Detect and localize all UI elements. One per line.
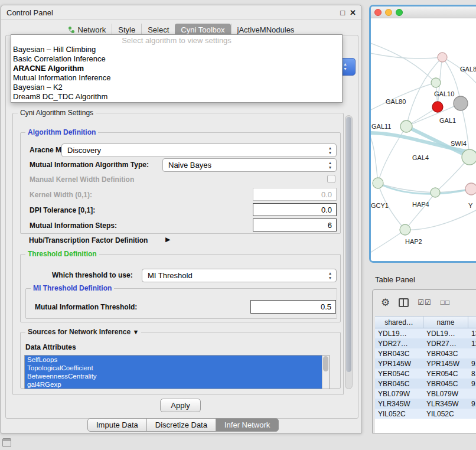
table-cell: YPR145W [375,360,423,368]
expand-right-icon[interactable]: ▶ [165,236,170,243]
column-header-1[interactable]: shared… [375,317,423,328]
network-edge [371,53,442,58]
data-attributes-list[interactable]: SelfLoopsTopologicalCoefficientBetweenne… [24,355,330,389]
mi-threshold-field[interactable]: 0.5 [250,300,336,314]
column-header-3[interactable] [468,317,476,328]
network-graph[interactable]: GAL8GAL80GAL10GAL11GAL1SWI4GAL4GCY1HAP4Y… [371,18,476,261]
network-node-gray[interactable] [454,96,468,110]
network-node-green[interactable] [400,120,412,132]
network-node-pink[interactable] [438,53,447,62]
table-row[interactable]: YBR045CYBR045C9. [375,379,476,389]
table-row[interactable]: YBR043CYBR043C [375,348,476,358]
close-window-icon[interactable]: ✕ [350,8,356,17]
node-label-swi4: SWI4 [451,140,467,147]
network-node-red[interactable] [432,102,443,112]
bottom-tab-discretize-data[interactable]: Discretize Data [146,418,216,432]
algorithm-option-bayesian-k2[interactable]: Bayesian – K2 [11,83,342,92]
node-table: shared…name YDL19…YDL19…13YDR27…YDR27…12… [375,316,476,433]
network-node-green[interactable] [431,78,441,87]
mi-type-select[interactable]: Naive Bayes [162,158,337,172]
table-row[interactable]: YLR345WYLR345W9. [375,399,476,409]
combo-arrows-icon [327,271,333,281]
algorithm-option-dream8-dc-tdc-algorithm[interactable]: Dream8 DC_TDC Algorithm [11,92,342,102]
network-window-titlebar[interactable] [371,6,476,18]
attribute-item-topologicalcoefficient[interactable]: TopologicalCoefficient [25,364,323,372]
zoom-traffic-icon[interactable] [396,9,403,16]
mi-threshold-group-title: MI Threshold Definition [31,284,114,292]
algorithm-option-mutual-information-inference[interactable]: Mutual Information Inference [11,73,342,83]
hub-section-label[interactable]: Hub/Transcription Factor Definition [29,236,148,244]
bottom-tab-impute-data[interactable]: Impute Data [87,418,147,432]
algorithm-option-aracne-algorithm[interactable]: ARACNE Algorithm [11,64,342,73]
scrollbar-thumb[interactable] [346,117,351,372]
table-row[interactable]: YIL052CYIL052C [375,409,476,419]
dpi-tolerance-label: DPI Tolerance [0,1]: [30,206,95,214]
float-window-icon[interactable]: □ [340,8,345,17]
dpi-tolerance-field[interactable]: 0.0 [253,203,337,216]
table-panel-window: ⚙ ☑☑ □□ shared…name YDL19…YDL19…13YDR27…… [372,289,476,433]
table-cell: YLR345W [423,400,468,408]
manual-kernel-label: Manual Kernel Width Definition [30,175,134,184]
kernel-width-label: Kernel Width (0,1): [30,191,92,199]
combo-arrows-icon [327,161,333,170]
which-threshold-select[interactable]: MI Threshold [142,269,337,282]
collapse-down-icon[interactable]: ▼ [132,328,139,335]
manual-kernel-checkbox[interactable] [327,175,335,183]
tab-label: jActiveMNodules [237,25,295,34]
gear-icon[interactable]: ⚙ [381,296,390,309]
algorithm-option-bayesian-hill-climbing[interactable]: Bayesian – Hill Climbing [11,45,342,54]
network-edge [442,57,476,89]
attribute-item-selfloops[interactable]: SelfLoops [25,356,323,364]
mi-type-value: Naive Bayes [168,161,211,169]
list-scrollbar[interactable] [322,356,329,389]
settings-scrollbar[interactable] [345,115,353,389]
table-cell: YBL079W [375,390,423,398]
network-node-green[interactable] [400,224,410,235]
select-all-icon[interactable]: ☑☑ [418,298,432,306]
which-threshold-value: MI Threshold [148,271,193,280]
minimize-traffic-icon[interactable] [385,9,392,16]
cyni-algorithm-settings-group: Cyni Algorithm Settings Algorithm Defini… [12,113,344,395]
network-edge [371,230,405,255]
popup-placeholder: Select algorithm to view settings [11,36,342,45]
columns-icon[interactable] [399,298,409,307]
attribute-item-gal4rgexp[interactable]: gal4RGexp [25,380,323,389]
node-label-gal80: GAL80 [386,98,406,105]
control-panel-titlebar[interactable]: Control Panel □ ✕ [1,5,361,20]
table-row[interactable]: YER054CYER054C8. [375,369,476,379]
node-label-gal8: GAL8 [460,66,476,73]
algorithm-dropdown-popup: Select algorithm to view settingsBayesia… [11,34,343,103]
algorithm-option-basic-correlation-inference[interactable]: Basic Correlation Inference [11,54,342,64]
threshold-definition-title: Threshold Definition [25,250,99,258]
network-node-green[interactable] [431,188,440,197]
network-node-green[interactable] [373,178,383,188]
close-traffic-icon[interactable] [374,9,382,16]
bottom-tab-infer-network[interactable]: Infer Network [216,418,279,432]
node-label-hap2: HAP2 [405,238,422,245]
sources-group-title[interactable]: Sources for Network Inference ▼ [25,328,141,336]
node-label-hap4: HAP4 [412,201,429,208]
deselect-all-icon[interactable]: □□ [441,298,451,306]
algorithm-definition-group: Algorithm Definition Aracne Mode: Discov… [20,132,341,234]
table-row[interactable]: YPR145WYPR145W9. [375,358,476,369]
attribute-item-betweennesscentrality[interactable]: BetweennessCentrality [25,372,323,380]
network-node-pink[interactable] [465,183,476,195]
table-cell: YBR045C [423,380,468,388]
node-label-y: Y [468,202,473,209]
aracne-mode-select[interactable]: Discovery [61,144,337,157]
network-canvas[interactable]: GAL8GAL80GAL10GAL11GAL1SWI4GAL4GCY1HAP4Y… [371,18,476,261]
panel-corner-icon[interactable] [2,438,11,447]
table-cell: YDR27… [423,340,468,348]
table-cell: 8. [468,370,476,378]
mi-steps-field[interactable]: 6 [253,219,337,231]
column-header-2[interactable]: name [423,317,468,328]
network-edge [405,207,476,230]
table-cell: 12 [468,340,476,348]
apply-button[interactable]: Apply [160,399,201,412]
table-header-row: shared…name [375,316,476,328]
table-row[interactable]: YBL079WYBL079W [375,389,476,399]
table-cell: YDL19… [375,330,423,338]
network-node-green[interactable] [462,149,476,165]
table-row[interactable]: YDL19…YDL19…13 [375,328,476,338]
table-row[interactable]: YDR27…YDR27…12 [375,338,476,348]
